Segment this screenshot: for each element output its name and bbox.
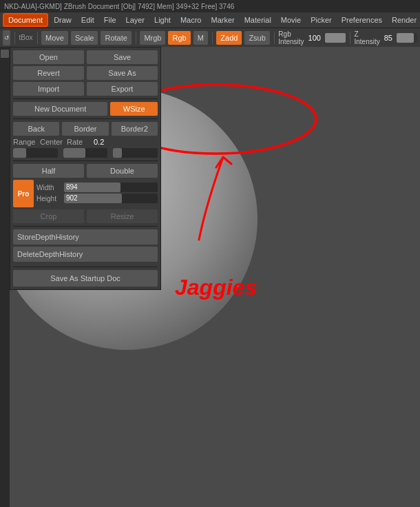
- zadd-button[interactable]: Zadd: [216, 31, 242, 45]
- width-label: Width: [36, 184, 63, 192]
- divider-5: [13, 267, 158, 267]
- range-slider[interactable]: [13, 148, 58, 158]
- resize-button[interactable]: Resize: [87, 209, 158, 223]
- menu-document[interactable]: Document: [3, 13, 48, 27]
- revert-button[interactable]: Revert: [13, 66, 84, 80]
- menu-render[interactable]: Render: [388, 14, 420, 25]
- save-startup-button[interactable]: Save As Startup Doc: [13, 270, 158, 287]
- divider-3: [13, 161, 158, 161]
- rate-label: Rate: [67, 138, 91, 146]
- z-intensity-bar[interactable]: [397, 33, 417, 43]
- pro-badge[interactable]: Pro: [13, 180, 34, 207]
- lightbox-label: tBox: [19, 34, 33, 41]
- divider-2: [13, 118, 158, 119]
- rotate-button[interactable]: Rotate: [101, 31, 131, 45]
- newdoc-wsize-row: New Document WSize: [13, 102, 158, 116]
- border-button[interactable]: Border: [62, 122, 108, 136]
- scale-button[interactable]: Scale: [71, 31, 98, 45]
- height-slider[interactable]: 902: [64, 194, 158, 203]
- move-button[interactable]: Move: [41, 31, 68, 45]
- range-label: Range: [13, 138, 37, 146]
- menu-macro[interactable]: Macro: [176, 14, 206, 25]
- title-text: NKD-AUA]-GKMD] ZBrush Document [Obj] 749…: [4, 3, 234, 10]
- revert-saveas-row: Revert Save As: [13, 66, 158, 80]
- main-area: Open Save Revert Save As Import Export N…: [0, 47, 420, 507]
- width-slider[interactable]: 894: [64, 183, 158, 192]
- zsub-button[interactable]: Zsub: [244, 31, 269, 45]
- sliders-row: [13, 148, 158, 158]
- pro-row: Pro Width 894 Height 902: [13, 180, 158, 207]
- store-depth-button[interactable]: StoreDepthHistory: [13, 229, 158, 245]
- m-button[interactable]: M: [193, 31, 208, 45]
- menu-bar: Document Draw Edit File Layer Light Macr…: [0, 12, 420, 28]
- menu-marker[interactable]: Marker: [207, 14, 238, 25]
- left-panel-btn[interactable]: [1, 50, 9, 58]
- new-document-button[interactable]: New Document: [13, 102, 107, 116]
- height-row: Height 902: [36, 194, 158, 203]
- back-button[interactable]: Back: [13, 122, 59, 136]
- half-double-row: Half Double: [13, 164, 158, 178]
- center-slider[interactable]: [63, 148, 108, 158]
- menu-movie[interactable]: Movie: [277, 14, 305, 25]
- rgb-intensity-bar[interactable]: [325, 33, 346, 43]
- half-button[interactable]: Half: [13, 164, 84, 178]
- rate-value: 0.2: [94, 138, 104, 146]
- wsize-button[interactable]: WSize: [110, 102, 158, 116]
- width-value: 894: [66, 183, 78, 192]
- title-bar: NKD-AUA]-GKMD] ZBrush Document [Obj] 749…: [0, 0, 420, 12]
- menu-draw[interactable]: Draw: [50, 14, 76, 25]
- z-intensity-label: Z Intensity: [354, 30, 379, 45]
- open-button[interactable]: Open: [13, 50, 84, 64]
- open-save-row: Open Save: [13, 50, 158, 64]
- divider-1: [13, 99, 158, 99]
- height-value: 902: [66, 194, 78, 203]
- menu-light[interactable]: Light: [150, 14, 175, 25]
- delete-depth-button[interactable]: DeleteDepthHistory: [13, 247, 158, 262]
- menu-preferences[interactable]: Preferences: [337, 14, 386, 25]
- back-border-row: Back Border Border2: [13, 122, 158, 136]
- left-panel: [0, 47, 10, 507]
- pro-fields: Width 894 Height 902: [36, 183, 158, 205]
- rgb-button[interactable]: Rgb: [168, 31, 190, 45]
- rgb-intensity-label: Rgb Intensity: [278, 30, 304, 45]
- menu-picker[interactable]: Picker: [306, 14, 336, 25]
- crop-button[interactable]: Crop: [13, 209, 84, 223]
- refresh-icon[interactable]: ↺: [3, 30, 10, 45]
- doc-panel: Open Save Revert Save As Import Export N…: [10, 47, 161, 290]
- top-toolbar: ↺ tBox Move Scale Rotate Mrgb Rgb M Zadd…: [0, 28, 420, 47]
- border2-button[interactable]: Border2: [112, 122, 158, 136]
- divider-4: [13, 226, 158, 227]
- menu-edit[interactable]: Edit: [77, 14, 98, 25]
- crop-resize-row: Crop Resize: [13, 209, 158, 223]
- center-label: Center: [40, 138, 64, 146]
- import-export-row: Import Export: [13, 82, 158, 96]
- import-button[interactable]: Import: [13, 82, 84, 96]
- mrgb-button[interactable]: Mrgb: [140, 31, 165, 45]
- save-as-button[interactable]: Save As: [87, 66, 158, 80]
- save-button[interactable]: Save: [87, 50, 158, 64]
- height-label: Height: [36, 195, 63, 203]
- double-button[interactable]: Double: [87, 164, 158, 178]
- range-center-rate-row: Range Center Rate 0.2: [13, 138, 158, 146]
- export-button[interactable]: Export: [87, 82, 158, 96]
- menu-layer[interactable]: Layer: [122, 14, 149, 25]
- menu-file[interactable]: File: [100, 14, 120, 25]
- menu-material[interactable]: Material: [240, 14, 275, 25]
- rate-slider[interactable]: [113, 148, 158, 158]
- width-row: Width 894: [36, 183, 158, 192]
- rgb-intensity-value: 100: [308, 34, 321, 42]
- z-intensity-value: 85: [384, 34, 392, 42]
